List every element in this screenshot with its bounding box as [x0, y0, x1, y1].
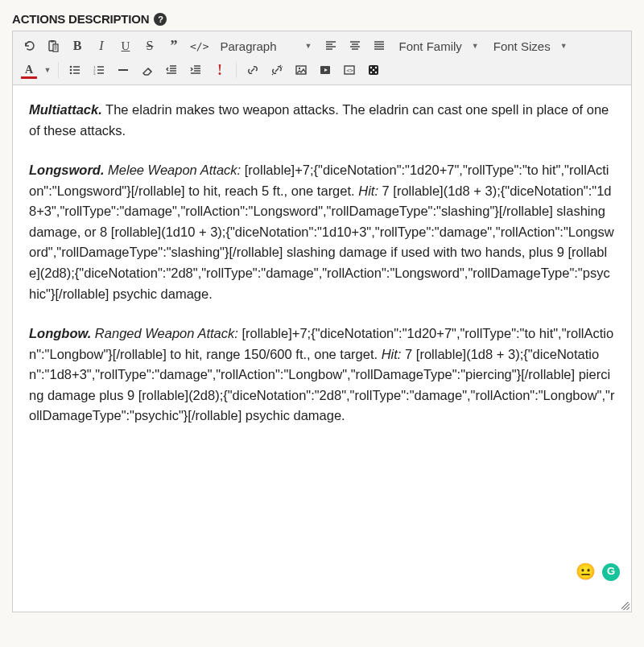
- multiattack-paragraph: Multiattack. The eladrin makes two weapo…: [29, 100, 615, 141]
- editor-content[interactable]: Multiattack. The eladrin makes two weapo…: [13, 85, 631, 600]
- longsword-body-b: 7 [rollable](1d8 + 3);{"diceNotation":"1…: [29, 183, 614, 301]
- text-color-button[interactable]: A: [18, 59, 40, 81]
- font-family-dropdown[interactable]: Font Family ▼: [392, 35, 485, 57]
- blockquote-button[interactable]: ”: [163, 35, 185, 57]
- align-center-icon: [349, 39, 361, 52]
- toolbar-row-1: B I U S ” </> Paragraph ▼ Font Family ▼: [18, 35, 626, 57]
- video-icon: [319, 64, 332, 76]
- rich-text-editor: B I U S ” </> Paragraph ▼ Font Family ▼: [12, 31, 632, 612]
- editor-toolbar: B I U S ” </> Paragraph ▼ Font Family ▼: [13, 31, 631, 85]
- code-button[interactable]: </>: [187, 35, 212, 57]
- bullet-list-button[interactable]: [64, 59, 86, 81]
- svg-point-5: [70, 72, 72, 75]
- image-icon: [295, 64, 308, 76]
- code-block-button[interactable]: <>: [338, 59, 361, 81]
- longsword-paragraph: Longsword. Melee Weapon Attack: [rollabl…: [29, 160, 615, 304]
- longsword-type: Melee Weapon Attack:: [105, 163, 242, 177]
- svg-point-3: [70, 66, 72, 68]
- grammarly-icon[interactable]: G: [602, 563, 620, 581]
- svg-point-15: [370, 67, 372, 68]
- svg-text:3: 3: [93, 72, 96, 76]
- horizontal-rule-icon: [117, 64, 130, 76]
- longsword-label: Longsword.: [29, 163, 105, 177]
- align-justify-icon: [373, 39, 386, 52]
- align-center-button[interactable]: [344, 35, 366, 57]
- horizontal-rule-button[interactable]: [112, 59, 134, 81]
- multiattack-text: The eladrin makes two weapon attacks. Th…: [29, 102, 609, 138]
- chevron-down-icon: ▼: [44, 66, 52, 74]
- svg-point-16: [375, 67, 377, 68]
- dice-icon: [367, 64, 380, 76]
- bullet-list-icon: [68, 64, 81, 76]
- eraser-icon: [141, 64, 154, 76]
- paragraph-dropdown-label: Paragraph: [220, 39, 276, 53]
- chevron-down-icon: ▼: [305, 42, 312, 50]
- svg-text:<>: <>: [347, 68, 353, 74]
- multiattack-label: Multiattack.: [29, 102, 102, 117]
- image-button[interactable]: [290, 59, 312, 81]
- resize-grip-icon: [621, 602, 630, 610]
- undo-button[interactable]: [18, 35, 40, 57]
- outdent-button[interactable]: [160, 59, 183, 81]
- magic-icon: [270, 64, 283, 76]
- clear-format-button[interactable]: [136, 59, 159, 81]
- number-list-icon: 123: [93, 64, 105, 76]
- separator: [58, 62, 59, 78]
- indent-icon: [189, 64, 202, 76]
- dice-button[interactable]: [362, 59, 385, 81]
- strikethrough-button[interactable]: S: [138, 35, 161, 57]
- text-color-caret[interactable]: ▼: [42, 59, 53, 81]
- indent-button[interactable]: [184, 59, 207, 81]
- editor-badges: 😐 G: [576, 559, 620, 584]
- font-sizes-dropdown[interactable]: Font Sizes ▼: [487, 35, 574, 57]
- code-block-icon: <>: [343, 64, 356, 76]
- underline-button[interactable]: U: [114, 35, 137, 57]
- help-icon[interactable]: ?: [154, 13, 167, 26]
- longbow-paragraph: Longbow. Ranged Weapon Attack: [rollable…: [29, 324, 615, 427]
- longbow-type: Ranged Weapon Attack:: [91, 326, 238, 340]
- italic-button[interactable]: I: [90, 35, 113, 57]
- separator: [236, 62, 237, 78]
- outdent-icon: [165, 64, 178, 76]
- chevron-down-icon: ▼: [472, 42, 479, 50]
- paste-button[interactable]: [42, 35, 64, 57]
- number-list-button[interactable]: 123: [88, 59, 110, 81]
- video-button[interactable]: [314, 59, 336, 81]
- align-justify-button[interactable]: [368, 35, 390, 57]
- font-family-label: Font Family: [398, 39, 461, 53]
- svg-point-19: [375, 72, 377, 73]
- chevron-down-icon: ▼: [560, 42, 568, 50]
- link-button[interactable]: [242, 59, 264, 81]
- svg-rect-1: [51, 40, 54, 43]
- bold-button[interactable]: B: [66, 35, 89, 57]
- tone-emoji-icon[interactable]: 😐: [576, 559, 596, 584]
- font-sizes-label: Font Sizes: [493, 39, 551, 53]
- link-icon: [246, 64, 259, 76]
- svg-point-4: [70, 69, 72, 72]
- important-button[interactable]: !: [208, 59, 231, 81]
- paragraph-dropdown[interactable]: Paragraph ▼: [213, 35, 318, 57]
- longbow-label: Longbow.: [29, 326, 91, 340]
- resize-handle[interactable]: [13, 600, 631, 612]
- align-left-button[interactable]: [320, 35, 342, 57]
- paste-icon: [47, 39, 60, 52]
- longsword-hit: Hit:: [358, 183, 378, 198]
- longbow-hit: Hit:: [382, 347, 402, 361]
- undo-icon: [23, 39, 35, 52]
- svg-point-10: [299, 68, 300, 69]
- unlink-button[interactable]: [266, 59, 288, 81]
- toolbar-row-2: A ▼ 123 !: [18, 59, 626, 81]
- section-header: ACTIONS DESCRIPTION ?: [12, 12, 632, 26]
- svg-point-18: [370, 72, 372, 73]
- align-left-icon: [324, 39, 337, 52]
- section-label-text: ACTIONS DESCRIPTION: [12, 12, 149, 26]
- svg-point-17: [373, 69, 374, 71]
